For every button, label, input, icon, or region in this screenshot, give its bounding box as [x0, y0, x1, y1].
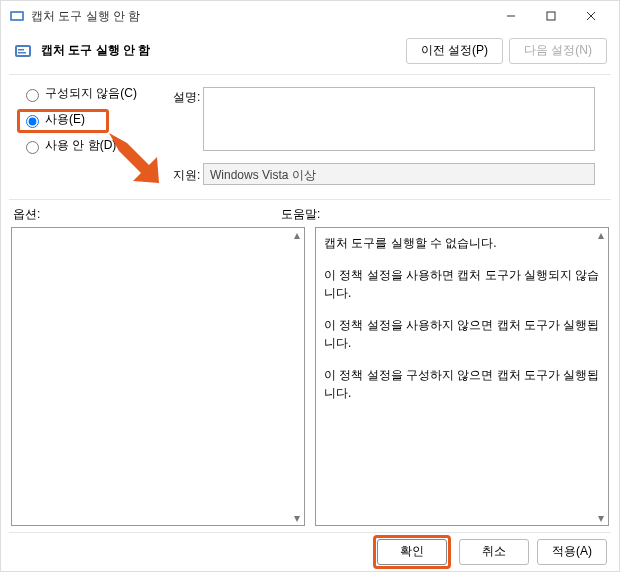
help-text: 이 정책 설정을 사용하면 캡처 도구가 실행되지 않습니다. [324, 266, 600, 302]
annotation-highlight-ok: 확인 [373, 535, 451, 569]
radio-disabled-input[interactable] [26, 141, 39, 154]
state-section: 구성되지 않음(C) 사용(E) 사용 안 함(D) 설명: 지원: Windo… [1, 75, 619, 199]
policy-title: 캡처 도구 실행 안 함 [41, 42, 400, 59]
description-label: 설명: [173, 89, 200, 106]
policy-dialog: 캡처 도구 실행 안 함 캡처 도구 실행 안 함 이전 설정(P) 다음 설정… [0, 0, 620, 572]
scroll-down-icon[interactable]: ▾ [593, 510, 609, 526]
panel-labels: 옵션: 도움말: [1, 200, 619, 227]
svg-rect-3 [547, 12, 555, 20]
prev-setting-button[interactable]: 이전 설정(P) [406, 38, 503, 64]
scroll-down-icon[interactable]: ▾ [289, 510, 305, 526]
footer: 확인 취소 적용(A) [1, 532, 619, 571]
cancel-button[interactable]: 취소 [459, 539, 529, 565]
close-button[interactable] [571, 2, 611, 30]
apply-button[interactable]: 적용(A) [537, 539, 607, 565]
svg-marker-10 [109, 133, 159, 183]
policy-icon [13, 41, 33, 61]
ok-button[interactable]: 확인 [377, 539, 447, 565]
svg-rect-7 [17, 47, 29, 55]
options-panel: ▴ ▾ [11, 227, 305, 526]
minimize-button[interactable] [491, 2, 531, 30]
scroll-up-icon[interactable]: ▴ [289, 227, 305, 243]
radio-disabled-label: 사용 안 함(D) [45, 137, 116, 154]
header: 캡처 도구 실행 안 함 이전 설정(P) 다음 설정(N) [1, 32, 619, 74]
radio-not-configured-label: 구성되지 않음(C) [45, 85, 137, 102]
titlebar: 캡처 도구 실행 안 함 [1, 1, 619, 32]
supported-textbox: Windows Vista 이상 [203, 163, 595, 185]
next-setting-button[interactable]: 다음 설정(N) [509, 38, 607, 64]
svg-rect-9 [18, 52, 26, 54]
radio-not-configured-input[interactable] [26, 89, 39, 102]
panels: ▴ ▾ ▴ ▾ 캡처 도구를 실행할 수 없습니다. 이 정책 설정을 사용하면… [1, 227, 619, 532]
app-icon [9, 8, 25, 24]
radio-enabled-input[interactable] [26, 115, 39, 128]
supported-label: 지원: [173, 167, 200, 184]
window-title: 캡처 도구 실행 안 함 [31, 8, 491, 25]
svg-rect-1 [12, 13, 22, 19]
help-text: 이 정책 설정을 사용하지 않으면 캡처 도구가 실행됩니다. [324, 316, 600, 352]
help-text: 이 정책 설정을 구성하지 않으면 캡처 도구가 실행됩니다. [324, 366, 600, 402]
help-panel: ▴ ▾ 캡처 도구를 실행할 수 없습니다. 이 정책 설정을 사용하면 캡처 … [315, 227, 609, 526]
svg-rect-8 [18, 49, 24, 51]
maximize-button[interactable] [531, 2, 571, 30]
description-textbox[interactable] [203, 87, 595, 151]
radio-enabled-label: 사용(E) [45, 111, 85, 128]
options-label: 옵션: [13, 206, 281, 223]
scroll-up-icon[interactable]: ▴ [593, 227, 609, 243]
annotation-arrow-icon [109, 133, 161, 185]
help-label: 도움말: [281, 206, 320, 223]
help-text: 캡처 도구를 실행할 수 없습니다. [324, 234, 600, 252]
